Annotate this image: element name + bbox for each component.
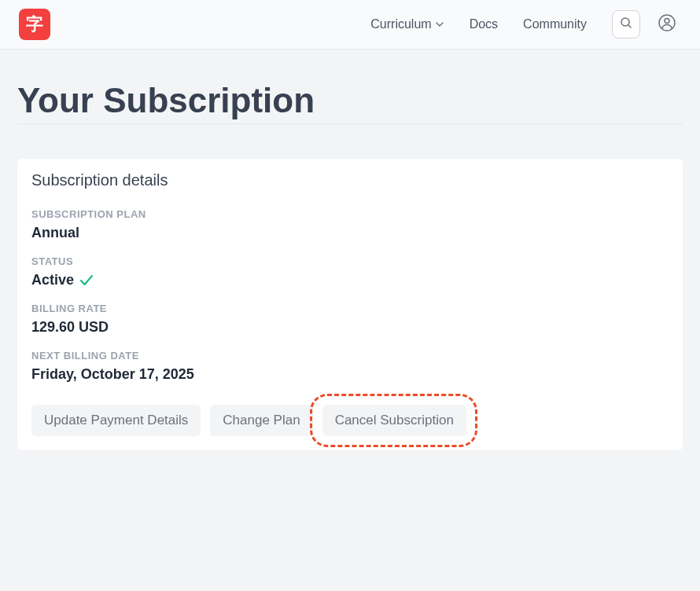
nav-items: Curriculum Docs Community [370, 17, 587, 31]
cancel-subscription-button[interactable]: Cancel Subscription [322, 405, 466, 436]
search-icon [620, 17, 632, 32]
search-button[interactable] [612, 10, 640, 39]
plan-label: SUBSCRIPTION PLAN [31, 208, 669, 220]
header-right [612, 10, 681, 39]
chevron-down-icon [435, 20, 444, 29]
svg-point-3 [665, 19, 669, 24]
cancel-highlight-wrapper: Cancel Subscription [322, 405, 466, 436]
subscription-card: Subscription details SUBSCRIPTION PLAN A… [17, 159, 683, 450]
nav-docs-label: Docs [470, 17, 498, 31]
field-rate: BILLING RATE 129.60 USD [31, 303, 669, 336]
status-value: Active [31, 272, 669, 288]
change-plan-button[interactable]: Change Plan [210, 405, 312, 436]
field-next-billing: NEXT BILLING DATE Friday, October 17, 20… [31, 350, 669, 383]
logo-character: 字 [26, 13, 43, 36]
nav-curriculum[interactable]: Curriculum [370, 17, 444, 31]
main-container: Your Subscription Subscription details S… [0, 50, 700, 450]
page-title: Your Subscription [17, 81, 683, 124]
user-menu-button[interactable] [653, 10, 681, 39]
nav-curriculum-label: Curriculum [370, 17, 431, 31]
rate-value: 129.60 USD [31, 319, 669, 336]
nav-community[interactable]: Community [523, 17, 587, 31]
next-billing-label: NEXT BILLING DATE [31, 350, 669, 362]
user-icon [658, 14, 676, 35]
header: 字 Curriculum Docs Community [0, 0, 700, 50]
nav-community-label: Community [523, 17, 587, 31]
status-label: STATUS [31, 255, 669, 267]
svg-line-1 [628, 25, 631, 28]
update-payment-button[interactable]: Update Payment Details [31, 405, 201, 436]
field-status: STATUS Active [31, 255, 669, 288]
rate-label: BILLING RATE [31, 303, 669, 314]
checkmark-icon [80, 275, 93, 286]
status-text: Active [31, 272, 74, 288]
card-title: Subscription details [31, 171, 669, 189]
plan-value: Annual [31, 225, 669, 241]
next-billing-value: Friday, October 17, 2025 [31, 366, 669, 383]
button-row: Update Payment Details Change Plan Cance… [31, 405, 669, 436]
field-plan: SUBSCRIPTION PLAN Annual [31, 208, 669, 241]
logo[interactable]: 字 [19, 9, 50, 40]
nav-docs[interactable]: Docs [470, 17, 498, 31]
